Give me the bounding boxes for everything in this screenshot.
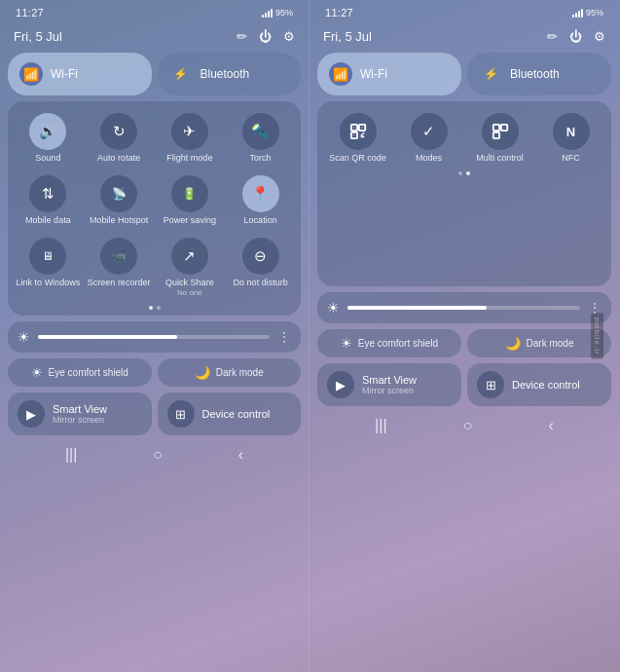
power-icon-right[interactable]: ⏻ [569, 29, 582, 44]
edit-icon-left[interactable]: ✏ [237, 29, 247, 44]
devicecontrol-label-right: Device control [512, 379, 580, 391]
nav-recent-icon-right[interactable]: ||| [375, 417, 386, 434]
page-dots-left [14, 306, 295, 310]
powersaving-label: Power saving [164, 215, 216, 226]
nav-home-icon-left[interactable]: ○ [153, 446, 163, 464]
brightness-icon-left: ☀ [18, 329, 30, 345]
nav-recent-icon-left[interactable]: ||| [65, 446, 77, 464]
nav-home-icon-right[interactable]: ○ [463, 417, 473, 434]
dark-mode-icon-left: 🌙 [195, 365, 210, 380]
dnd-label: Do not disturb [234, 278, 288, 288]
smartview-text-left: Smart View Mirror screen [53, 403, 107, 425]
eye-comfort-icon-left: ☀ [31, 365, 43, 380]
grid-item-nfc[interactable]: N NFC [536, 109, 605, 168]
dark-mode-btn-left[interactable]: 🌙 Dark mode [158, 358, 302, 387]
devicecontrol-btn-right[interactable]: ⊞ Device control [467, 363, 611, 406]
devicecontrol-btn-left[interactable]: ⊞ Device control [158, 392, 302, 435]
grid-item-quickshare[interactable]: ↗ Quick ShareNo one [156, 234, 225, 303]
wifi-toggle-right[interactable]: 📶 Wi-Fi [317, 53, 461, 95]
grid-item-torch[interactable]: 🔦 Torch [226, 109, 295, 168]
bluetooth-label-left: Bluetooth [201, 67, 250, 81]
powersaving-icon: 🔋 [171, 175, 208, 212]
status-time-right: 11:27 [325, 7, 353, 19]
smartview-icon-left: ▶ [18, 400, 45, 428]
smartview-btn-right[interactable]: ▶ Smart View Mirror screen [317, 363, 461, 406]
edit-icon-right[interactable]: ✏ [547, 29, 558, 44]
grid-item-flightmode[interactable]: ✈ Flight mode [156, 109, 225, 168]
nav-back-icon-right[interactable]: ‹ [549, 417, 554, 434]
dark-mode-icon-right: 🌙 [505, 336, 521, 351]
grid-item-location[interactable]: 📍 Location [226, 171, 295, 230]
bluetooth-toggle-right[interactable]: ⚡ Bluetooth [467, 53, 611, 95]
brightness-track-left[interactable] [38, 335, 270, 339]
devicecontrol-text-left: Device control [202, 408, 271, 420]
dot-2-left [157, 306, 161, 310]
comfort-row-right: ☀ Eye comfort shield 🌙 Dark mode [317, 329, 611, 357]
smartview-label-left: Smart View [53, 403, 107, 415]
header-icons-left: ✏ ⏻ ⚙ [237, 29, 295, 44]
nfc-icon: N [553, 113, 590, 150]
torch-icon: 🔦 [242, 113, 279, 150]
grid-item-autorotate[interactable]: ↻ Auto rotate [85, 109, 154, 168]
devicecontrol-icon-left: ⊞ [167, 400, 195, 428]
quickshare-label: Quick ShareNo one [165, 278, 214, 299]
devicecontrol-label-left: Device control [202, 408, 271, 420]
status-icons-right: 95% [572, 8, 603, 18]
multicontrol-icon [482, 113, 519, 150]
settings-icon-left[interactable]: ⚙ [283, 29, 295, 44]
comfort-row-left: ☀ Eye comfort shield 🌙 Dark mode [8, 358, 301, 387]
grid-item-powersaving[interactable]: 🔋 Power saving [156, 171, 225, 230]
dark-mode-btn-right[interactable]: 🌙 Dark mode [467, 329, 611, 357]
grid-item-screenrecorder[interactable]: 📹 Screen recorder [85, 234, 154, 303]
status-icons-left: 95% [262, 8, 293, 18]
dnd-icon: ⊖ [242, 238, 279, 275]
page-dots-right [323, 171, 605, 175]
grid-item-dnd[interactable]: ⊖ Do not disturb [226, 234, 295, 303]
panel-left: 11:27 95% Fri, 5 Jul ✏ ⏻ ⚙ [0, 0, 310, 672]
bluetooth-label-right: Bluetooth [510, 67, 560, 81]
location-label: Location [244, 215, 277, 226]
linkwindows-label: Link to Windows [17, 278, 81, 288]
wifi-icon-left: 📶 [19, 62, 43, 86]
brightness-track-right[interactable] [347, 306, 580, 310]
wifi-icon-right: 📶 [329, 62, 352, 86]
quick-settings-grid-right: Scan QR code ✓ Modes Multi control [323, 109, 605, 168]
grid-item-sound[interactable]: 🔊 Sound [14, 109, 83, 168]
power-icon-left[interactable]: ⏻ [259, 29, 272, 44]
wifi-toggle-left[interactable]: 📶 Wi-Fi [8, 53, 152, 95]
eye-comfort-btn-right[interactable]: ☀ Eye comfort shield [317, 329, 461, 357]
grid-item-modes[interactable]: ✓ Modes [394, 109, 463, 168]
svg-rect-7 [500, 125, 506, 131]
hotspot-label: Mobile Hotspot [90, 215, 148, 226]
eye-comfort-label-left: Eye comfort shield [49, 367, 128, 378]
hotspot-icon: 📡 [100, 175, 137, 212]
grid-item-scanqr[interactable]: Scan QR code [323, 109, 392, 168]
svg-rect-3 [353, 128, 354, 129]
panel-right: 11:27 95% Fri, 5 Jul ✏ ⏻ ⚙ [310, 0, 619, 672]
smartview-btn-left[interactable]: ▶ Smart View Mirror screen [8, 392, 152, 435]
grid-item-linkwindows[interactable]: 🖥 Link to Windows [14, 234, 83, 303]
brightness-fill-right [347, 306, 487, 310]
mobiledata-icon: ⇅ [29, 175, 66, 212]
brightness-menu-left[interactable]: ⋮ [277, 329, 291, 345]
smartview-label-right: Smart View [362, 374, 417, 386]
grid-item-mobiledata[interactable]: ⇅ Mobile data [14, 171, 83, 230]
linkwindows-icon: 🖥 [29, 238, 66, 275]
wifi-label-right: Wi-Fi [360, 67, 387, 81]
header-icons-right: ✏ ⏻ ⚙ [547, 29, 605, 44]
signal-icon-right [572, 8, 583, 18]
nav-back-icon-left[interactable]: ‹ [238, 446, 243, 464]
sound-label: Sound [35, 153, 60, 164]
grid-item-hotspot[interactable]: 📡 Mobile Hotspot [85, 171, 154, 230]
nav-bar-right: ||| ○ ‹ [317, 410, 611, 441]
settings-icon-right[interactable]: ⚙ [594, 29, 605, 44]
header-left: Fri, 5 Jul ✏ ⏻ ⚙ [8, 21, 301, 53]
eye-comfort-icon-right: ☀ [341, 336, 352, 351]
header-date-left: Fri, 5 Jul [14, 29, 62, 44]
autorotate-label: Auto rotate [97, 153, 140, 164]
smartview-icon-right: ▶ [327, 371, 354, 398]
grid-item-multicontrol[interactable]: Multi control [465, 109, 534, 168]
quick-toggle-row-right: 📶 Wi-Fi ⚡ Bluetooth [317, 53, 611, 95]
bluetooth-toggle-left[interactable]: ⚡ Bluetooth [158, 53, 302, 95]
eye-comfort-btn-left[interactable]: ☀ Eye comfort shield [8, 358, 152, 387]
